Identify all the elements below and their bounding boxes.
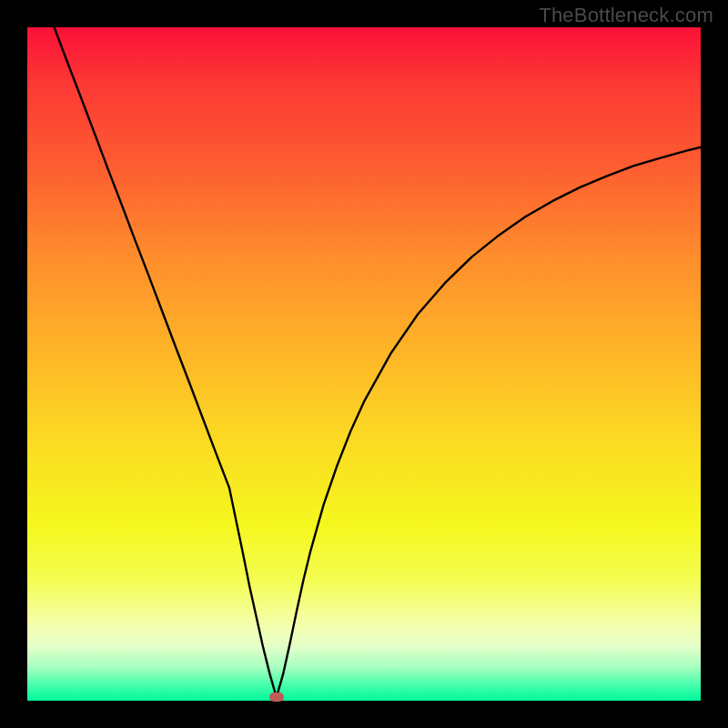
plot-area [27, 27, 701, 701]
bottleneck-curve [55, 27, 701, 697]
chart-frame: TheBottleneck.com [0, 0, 728, 728]
curve-layer [27, 27, 701, 701]
watermark-text: TheBottleneck.com [539, 4, 713, 27]
minimum-marker [269, 693, 284, 702]
